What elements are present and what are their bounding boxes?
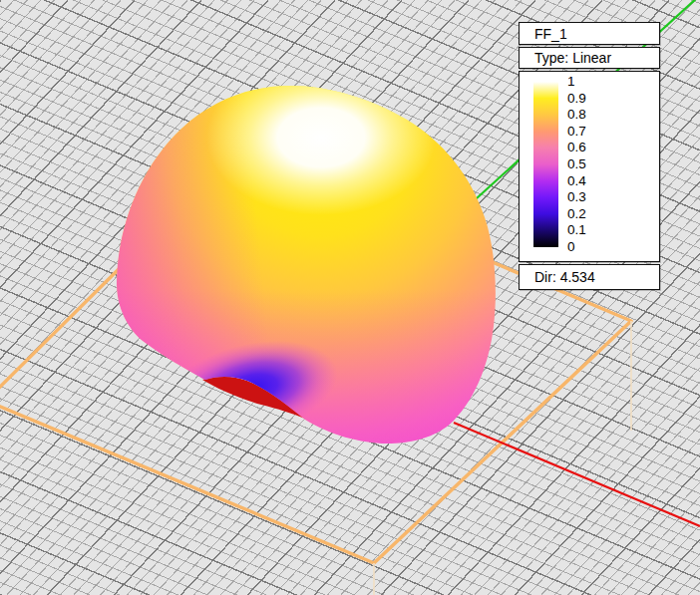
colorbar-tick-label: 1 [567, 74, 575, 90]
colorbar-tick-label: 0.1 [567, 222, 586, 238]
colorbar-tick-label: 0.2 [567, 206, 586, 222]
legend-colorbar-box: 1 0.9 0.8 0.7 0.6 0.5 0.4 0.3 0.2 0.1 0 [519, 71, 660, 262]
colorbar-gradient [533, 82, 558, 247]
legend-type-label: Type: Linear [534, 50, 611, 66]
viewport-3d[interactable]: FF_1 Type: Linear 1 0.9 0.8 0.7 0.6 0.5 … [0, 0, 700, 595]
legend-type-box: Type: Linear [519, 47, 660, 69]
x-axis-line [454, 423, 700, 526]
colorbar-tick-label: 0.4 [567, 173, 586, 189]
legend-directivity-box: Dir: 4.534 [519, 264, 660, 290]
colorbar-tick-label: 0.6 [567, 140, 586, 155]
colorbar-tick-label: 0 [567, 239, 575, 255]
pattern-peak-highlight [206, 60, 436, 215]
colorbar-tick-label: 0.8 [567, 107, 586, 123]
colorbar-tick-label: 0.7 [567, 124, 586, 140]
radiation-pattern-lobe [117, 60, 496, 452]
legend-title-box: FF_1 [519, 22, 660, 45]
colorbar-tick-label: 0.5 [567, 156, 586, 172]
legend-dir-label: Dir: 4.534 [534, 269, 595, 285]
colorbar-tick-label: 0.9 [567, 91, 586, 107]
legend-title: FF_1 [534, 26, 567, 42]
colorbar-tick-label: 0.3 [567, 189, 586, 205]
